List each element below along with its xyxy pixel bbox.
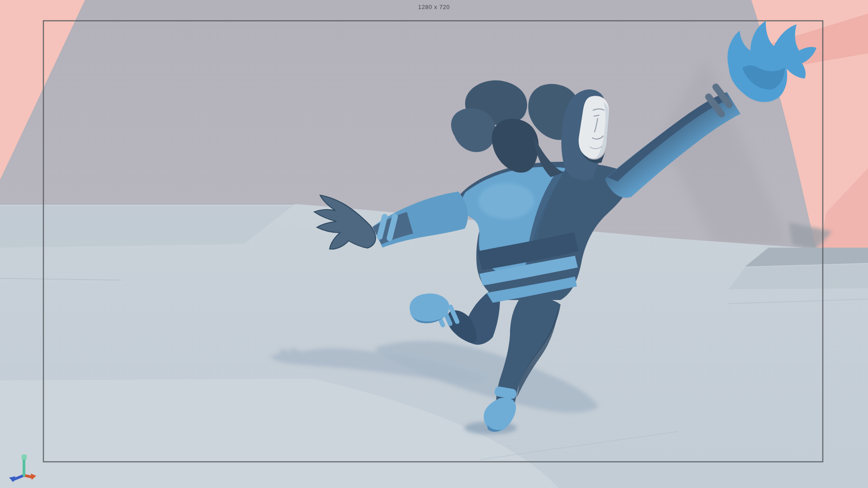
back-highlight [478, 183, 534, 219]
floor-strip-mid [729, 264, 868, 289]
viewport-canvas[interactable]: 1280 x 720 [0, 0, 868, 488]
y-axis-tip [22, 455, 27, 460]
render-scene [0, 0, 868, 488]
resolution-gate-label: 1280 x 720 [418, 4, 450, 10]
